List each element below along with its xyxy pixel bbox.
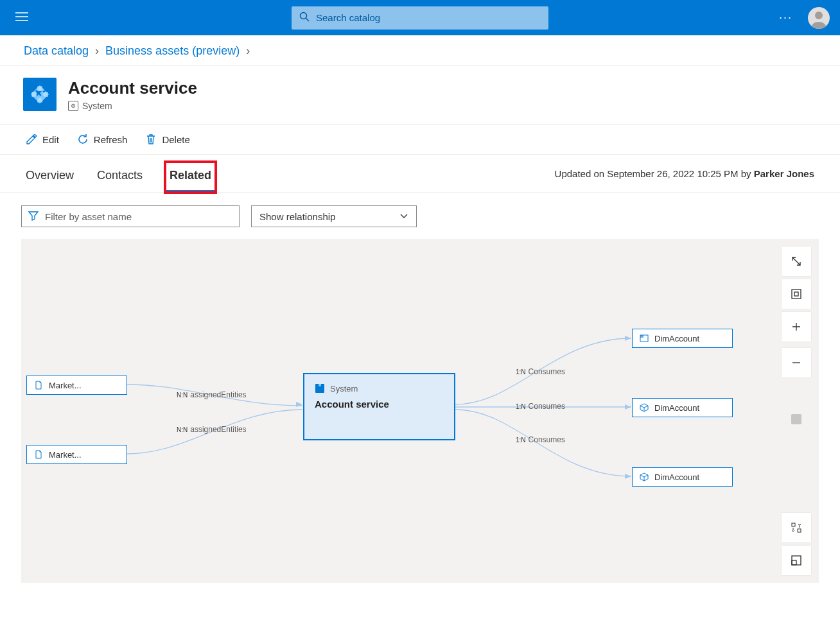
canvas-controls-top — [782, 246, 811, 377]
breadcrumb-link-catalog[interactable]: Data catalog — [24, 44, 89, 58]
puzzle-icon — [315, 383, 325, 394]
tab-related[interactable]: Related — [166, 162, 215, 192]
node-dimaccount-3[interactable]: DimAccount — [632, 467, 733, 487]
node-market-2[interactable]: Market... — [26, 445, 127, 464]
fullscreen-button[interactable] — [782, 246, 811, 276]
svg-marker-4 — [625, 336, 631, 341]
more-actions-button[interactable]: ··· — [779, 11, 792, 24]
svg-point-0 — [301, 12, 307, 19]
edge-label-assigned-1: N:NassignedEntities — [177, 390, 247, 399]
delete-icon — [145, 134, 157, 145]
node-label: Market... — [49, 381, 82, 390]
edit-button[interactable]: Edit — [26, 134, 59, 145]
svg-rect-10 — [792, 290, 801, 298]
asset-type-label: System — [82, 101, 112, 111]
svg-rect-15 — [792, 560, 796, 565]
node-type: System — [330, 384, 358, 394]
search-input[interactable] — [316, 12, 541, 23]
relation-name: assignedEntities — [190, 425, 246, 434]
edit-icon — [26, 134, 37, 145]
node-dimaccount-1[interactable]: DimAccount — [632, 329, 733, 348]
hamburger-menu-button[interactable] — [10, 7, 33, 29]
svg-rect-13 — [798, 529, 801, 532]
table-icon — [639, 333, 649, 343]
svg-rect-11 — [794, 292, 798, 296]
delete-label: Delete — [162, 134, 189, 145]
node-dimaccount-2[interactable]: DimAccount — [632, 398, 733, 417]
relation-name: Consumes — [529, 367, 565, 376]
cardinality: 1:N — [516, 368, 526, 376]
svg-point-1 — [815, 12, 823, 19]
node-label: Market... — [49, 450, 82, 460]
edit-label: Edit — [42, 134, 59, 145]
filter-row: Show relationship — [0, 193, 840, 239]
svg-rect-12 — [792, 523, 795, 526]
layout-toggle-button[interactable] — [782, 513, 811, 542]
page-title: Account service — [68, 78, 197, 98]
show-relationship-label: Show relationship — [259, 211, 335, 222]
chevron-right-icon: › — [246, 44, 250, 58]
svg-marker-6 — [625, 474, 631, 479]
edge-label-consumes-1: 1:NConsumes — [516, 367, 565, 376]
relationship-canvas[interactable]: Market... Market... N:NassignedEntities … — [21, 239, 819, 583]
system-type-icon: ⚙ — [68, 101, 78, 111]
cube-icon — [639, 472, 649, 482]
node-title: Account service — [315, 399, 389, 410]
cardinality: 1:N — [516, 403, 526, 410]
search-icon — [299, 12, 310, 24]
edge-label-assigned-2: N:NassignedEntities — [177, 425, 247, 434]
svg-marker-2 — [296, 402, 302, 407]
chevron-right-icon: › — [95, 44, 99, 58]
edge-label-consumes-3: 1:NConsumes — [516, 435, 565, 444]
updated-prefix: Updated on September 26, 2022 10:25 PM b… — [555, 168, 754, 179]
node-label: DimAccount — [654, 472, 699, 482]
updated-author: Parker Jones — [754, 168, 814, 179]
search-box[interactable] — [292, 6, 548, 30]
relation-name: assignedEntities — [190, 390, 246, 399]
relationship-canvas-wrap: Market... Market... N:NassignedEntities … — [21, 239, 819, 583]
action-bar: Edit Refresh Delete — [0, 125, 840, 155]
cardinality: 1:N — [516, 437, 526, 444]
asset-type-icon — [23, 78, 57, 111]
relation-name: Consumes — [529, 435, 565, 444]
node-main-account-service[interactable]: System Account service — [303, 373, 455, 440]
breadcrumb-link-business-assets[interactable]: Business assets (preview) — [105, 44, 240, 58]
node-label: DimAccount — [654, 403, 699, 413]
zoom-thumb[interactable] — [791, 414, 801, 424]
asset-header: Account service ⚙ System — [0, 66, 840, 125]
cube-icon — [639, 402, 649, 413]
chevron-down-icon — [399, 211, 408, 222]
edge-label-consumes-2: 1:NConsumes — [516, 402, 565, 411]
delete-button[interactable]: Delete — [145, 134, 189, 145]
updated-by-text: Updated on September 26, 2022 10:25 PM b… — [555, 159, 814, 188]
document-icon — [33, 380, 44, 390]
top-bar: ··· — [0, 0, 840, 35]
avatar[interactable] — [808, 7, 830, 29]
filter-input-wrap[interactable] — [21, 205, 240, 227]
node-label: DimAccount — [654, 334, 699, 343]
canvas-controls-bottom — [782, 513, 811, 575]
zoom-out-button[interactable] — [782, 348, 811, 377]
filter-icon — [28, 211, 39, 223]
svg-marker-5 — [625, 404, 631, 410]
svg-rect-9 — [640, 335, 643, 338]
tab-contacts[interactable]: Contacts — [97, 162, 143, 192]
relation-name: Consumes — [529, 402, 565, 411]
cardinality: N:N — [177, 392, 188, 399]
breadcrumb: Data catalog › Business assets (preview)… — [0, 35, 840, 66]
document-icon — [33, 449, 44, 460]
zoom-in-button[interactable] — [782, 312, 811, 342]
show-relationship-select[interactable]: Show relationship — [251, 205, 417, 227]
node-market-1[interactable]: Market... — [26, 376, 127, 395]
refresh-label: Refresh — [94, 134, 128, 145]
minimap-toggle-button[interactable] — [782, 546, 811, 575]
fit-to-screen-button[interactable] — [782, 279, 811, 309]
cardinality: N:N — [177, 426, 188, 433]
refresh-button[interactable]: Refresh — [77, 134, 128, 145]
search-container — [292, 6, 548, 30]
tab-overview[interactable]: Overview — [26, 162, 74, 192]
tabs-row: Overview Contacts Related Updated on Sep… — [0, 155, 840, 193]
filter-input[interactable] — [45, 211, 232, 222]
refresh-icon — [77, 134, 89, 145]
